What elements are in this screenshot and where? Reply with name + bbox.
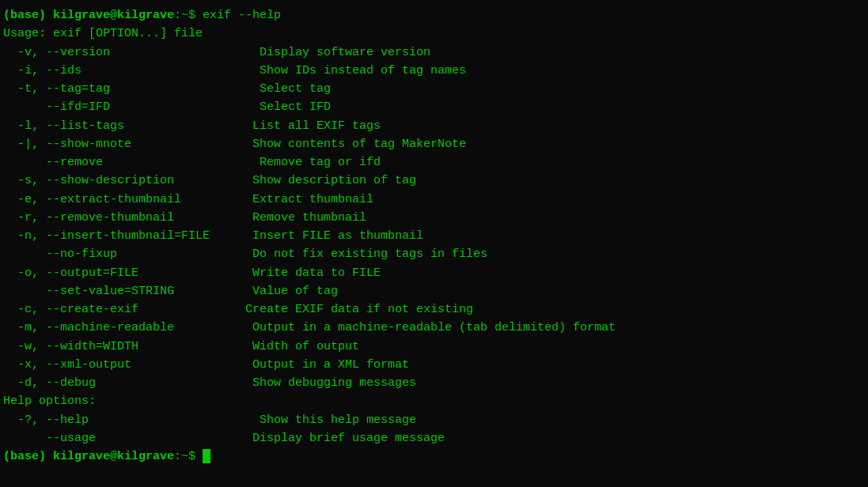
- prompt-user-host: kilgrave@kilgrave: [53, 9, 174, 22]
- output-line-create-exif: -c, --create-exif Create EXIF data if no…: [3, 300, 865, 319]
- output-line-remove: --remove Remove tag or ifd: [3, 153, 865, 172]
- output-line-machine-readable: -m, --machine-readable Output in a machi…: [3, 319, 865, 337]
- output-line-usage: Usage: exif [OPTION...] file: [3, 25, 865, 43]
- output-line-extract-thumbnail: -e, --extract-thumbnail Extract thumbnai…: [3, 191, 865, 209]
- output-line-show-description: -s, --show-description Show description …: [3, 172, 865, 190]
- terminal-window[interactable]: (base) kilgrave@kilgrave:~$ exif --help …: [0, 0, 868, 487]
- output-line-ids: -i, --ids Show IDs instead of tag names: [3, 62, 865, 80]
- output-line-version: -v, --version Display software version: [3, 43, 865, 62]
- terminal-cursor: [203, 449, 210, 463]
- output-line-output: -o, --output=FILE Write data to FILE: [3, 264, 865, 282]
- final-prompt-base: (base): [3, 450, 53, 463]
- output-line-help: -?, --help Show this help message: [3, 411, 865, 429]
- output-line-ifd: --ifd=IFD Select IFD: [3, 98, 865, 116]
- prompt-path: :~$: [174, 9, 195, 22]
- final-user-host: kilgrave@kilgrave: [53, 450, 174, 463]
- output-line-tag: -t, --tag=tag Select tag: [3, 80, 865, 98]
- output-line-remove-thumbnail: -r, --remove-thumbnail Remove thumbnail: [3, 209, 865, 227]
- output-line-width: -w, --width=WIDTH Width of output: [3, 338, 865, 356]
- initial-prompt-line: (base) kilgrave@kilgrave:~$ exif --help: [3, 6, 865, 25]
- final-path: :~$: [174, 450, 203, 463]
- prompt-command: exif --help: [195, 9, 281, 22]
- terminal-output: Usage: exif [OPTION...] file -v, --versi…: [3, 25, 865, 447]
- final-prompt-line: (base) kilgrave@kilgrave:~$: [3, 447, 865, 466]
- output-line-list-tags: -l, --list-tags List all EXIF tags: [3, 117, 865, 135]
- output-line-show-mnote: -|, --show-mnote Show contents of tag Ma…: [3, 135, 865, 153]
- output-line-debug: -d, --debug Show debugging messages: [3, 374, 865, 392]
- prompt-base: (base): [3, 9, 53, 22]
- output-line-usage-opt: --usage Display brief usage message: [3, 429, 865, 447]
- output-line-insert-thumbnail: -n, --insert-thumbnail=FILE Insert FILE …: [3, 227, 865, 245]
- output-line-set-value: --set-value=STRING Value of tag: [3, 282, 865, 300]
- output-line-no-fixup: --no-fixup Do not fix existing tags in f…: [3, 245, 865, 263]
- output-line-help-options: Help options:: [3, 392, 865, 410]
- output-line-xml-output: -x, --xml-output Output in a XML format: [3, 356, 865, 374]
